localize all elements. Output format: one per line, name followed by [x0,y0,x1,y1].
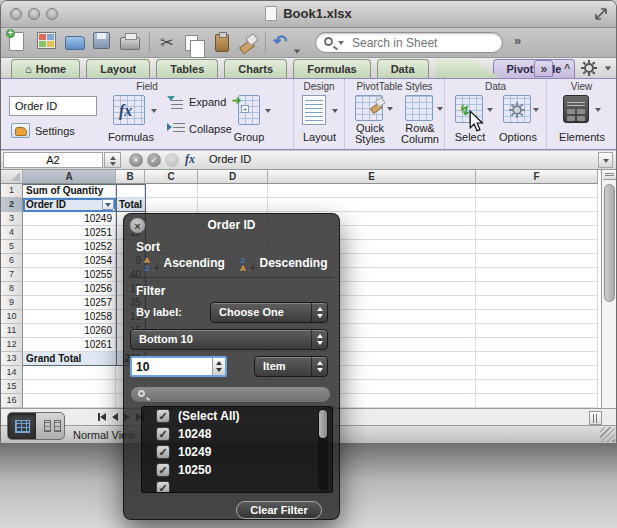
cell-A9[interactable]: 10257 [23,296,116,310]
tab-tables[interactable]: Tables [156,59,218,78]
row-header-3[interactable]: 3 [1,212,23,226]
row-header-11[interactable]: 11 [1,324,23,338]
count-stepper[interactable] [212,358,225,375]
cell-A16[interactable] [23,394,116,408]
cell-A8[interactable]: 10256 [23,282,116,296]
column-header-b[interactable]: B [116,170,145,184]
quick-styles-icon[interactable] [355,95,383,121]
collapse-icon[interactable] [167,123,172,131]
cell-F10[interactable] [476,310,598,324]
cut-icon[interactable]: ✂ [156,32,178,54]
cell-F5[interactable] [476,240,598,254]
checkbox-icon[interactable]: ✓ [156,427,170,441]
elements-caret-icon[interactable] [595,108,601,112]
settings-button[interactable]: Settings [35,125,75,137]
cell-C2[interactable] [145,198,198,212]
cell-C1[interactable] [145,184,198,198]
select-button[interactable]: Select [447,131,493,143]
layout-button[interactable]: Layout [294,131,345,143]
row-column-icon[interactable] [405,95,433,121]
quick-styles-caret-icon[interactable] [387,107,393,111]
unit-dropdown[interactable]: Item [254,356,328,377]
layout-caret-icon[interactable] [332,109,338,113]
paste-icon[interactable] [211,32,233,54]
cell-F14[interactable] [476,366,598,380]
options-button[interactable]: Options [493,131,543,143]
vertical-scroll-thumb[interactable] [604,184,615,302]
cell-F2[interactable] [476,198,598,212]
cell-F15[interactable] [476,380,598,394]
gear-caret-icon[interactable] [605,66,611,70]
cell-F9[interactable] [476,296,598,310]
cell-F3[interactable] [476,212,598,226]
first-sheet-icon[interactable] [100,413,106,421]
tab-formulas[interactable]: Formulas [293,59,371,78]
row-header-5[interactable]: 5 [1,240,23,254]
cell-A15[interactable] [23,380,116,394]
cell-A13[interactable]: Grand Total [23,352,116,366]
formula-builder-icon[interactable]: · [165,153,179,167]
group-icon[interactable]: ➔ + [238,95,260,125]
column-header-d[interactable]: D [198,170,268,184]
list-item[interactable]: ✓(Select All) [142,407,332,425]
name-box[interactable]: A2 [3,152,103,168]
row-header-10[interactable]: 10 [1,310,23,324]
clear-filter-button[interactable]: Clear Filter [236,501,322,519]
active-field-input[interactable] [9,96,97,116]
group-button[interactable]: Group [227,131,271,143]
search-scope-caret-icon[interactable] [338,41,344,45]
options-icon[interactable] [503,95,531,123]
checkbox-icon[interactable]: ✓ [156,409,170,423]
accept-icon[interactable]: ✓ [147,153,161,167]
cell-B1[interactable] [116,184,145,198]
list-item[interactable]: ✓10249 [142,443,332,461]
cell-A1[interactable]: Sum of Quantity [23,184,116,198]
list-item[interactable]: ✓ [142,479,332,493]
row-header-7[interactable]: 7 [1,268,23,282]
search-input[interactable] [350,34,498,51]
workbook-gallery-icon[interactable] [37,32,59,54]
expand-button[interactable]: Expand [189,96,226,108]
cell-B2[interactable]: Total [116,198,145,212]
page-layout-view-button[interactable] [36,413,64,439]
cell-A10[interactable]: 10258 [23,310,116,324]
copy-icon[interactable] [183,32,205,54]
checkbox-icon[interactable]: ✓ [156,481,170,493]
sort-ascending-button[interactable]: AZ↓Ascending [142,256,225,273]
cell-F16[interactable] [476,394,598,408]
column-header-c[interactable]: C [145,170,198,184]
cell-F8[interactable] [476,282,598,296]
collapse-button[interactable]: Collapse [189,123,232,135]
cell-A4[interactable]: 10251 [23,226,116,240]
elements-icon[interactable] [563,95,589,123]
cell-E1[interactable] [268,184,476,198]
row-header-15[interactable]: 15 [1,380,23,394]
cell-A2[interactable]: Order ID [23,198,116,212]
toolbar-overflow-icon[interactable]: » [514,33,521,48]
fill-handle[interactable] [113,209,116,212]
elements-button[interactable]: Elements [547,131,617,143]
quick-styles-button[interactable]: Quick Styles [347,123,393,145]
checkbox-icon[interactable]: ✓ [156,445,170,459]
ribbon-collapse-icon[interactable]: ^ [560,63,574,74]
row-header-9[interactable]: 9 [1,296,23,310]
fx-icon[interactable]: fx [185,152,195,167]
cell-A14[interactable] [23,366,116,380]
select-all-corner[interactable] [1,170,23,184]
prev-sheet-icon[interactable] [112,413,118,421]
format-painter-icon[interactable] [239,32,261,54]
column-header-a[interactable]: A [23,170,116,184]
row-header-6[interactable]: 6 [1,254,23,268]
list-scroll-thumb[interactable] [319,410,327,438]
cell-F11[interactable] [476,324,598,338]
cell-A5[interactable]: 10252 [23,240,116,254]
cell-A11[interactable]: 10260 [23,324,116,338]
popup-search-field[interactable] [130,386,331,403]
row-header-14[interactable]: 14 [1,366,23,380]
options-caret-icon[interactable] [533,108,539,112]
cell-F4[interactable] [476,226,598,240]
row-column-caret-icon[interactable] [437,107,443,111]
select-caret-icon[interactable] [487,108,493,112]
cell-A6[interactable]: 10254 [23,254,116,268]
row-header-4[interactable]: 4 [1,226,23,240]
